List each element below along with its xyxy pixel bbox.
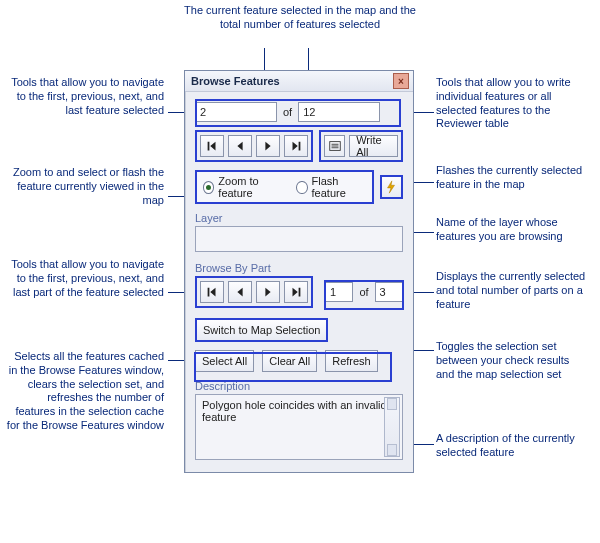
browse-features-window: Browse Features × 2 of 12 bbox=[184, 70, 414, 473]
feature-nav-group bbox=[195, 130, 313, 162]
caption-right-write: Tools that allow you to write individual… bbox=[436, 76, 590, 131]
window-body: 2 of 12 bbox=[185, 92, 413, 472]
caption-right-desc: A description of the currently selected … bbox=[436, 432, 590, 460]
flash-radio-label: Flash feature bbox=[312, 175, 366, 199]
description-label: Description bbox=[195, 380, 403, 392]
select-all-button[interactable]: Select All bbox=[195, 350, 254, 372]
flash-feature-radio[interactable]: Flash feature bbox=[296, 175, 366, 199]
view-mode-row: Zoom to feature Flash feature bbox=[195, 170, 403, 204]
first-part-button[interactable] bbox=[200, 281, 224, 303]
close-button[interactable]: × bbox=[393, 73, 409, 89]
first-feature-button[interactable] bbox=[200, 135, 224, 157]
zoom-radio-label: Zoom to feature bbox=[218, 175, 284, 199]
part-of-label: of bbox=[359, 286, 368, 298]
part-nav-row: 1 of 3 bbox=[195, 276, 403, 308]
switch-selection-button[interactable]: Switch to Map Selection bbox=[195, 318, 328, 342]
last-part-button[interactable] bbox=[284, 281, 308, 303]
current-part-input[interactable]: 1 bbox=[325, 282, 353, 302]
caption-right-layer: Name of the layer whose features you are… bbox=[436, 216, 590, 244]
caption-left-nav: Tools that allow you to navigate to the … bbox=[6, 76, 164, 117]
part-nav-group bbox=[195, 276, 313, 308]
flash-feature-button[interactable] bbox=[380, 175, 403, 199]
write-group: Write All bbox=[319, 130, 403, 162]
refresh-button[interactable]: Refresh bbox=[325, 350, 378, 372]
layer-label: Layer bbox=[195, 212, 403, 224]
cache-buttons-row: Select All Clear All Refresh bbox=[195, 350, 403, 372]
feature-counter-row: 2 of 12 bbox=[195, 102, 403, 122]
total-features-input: 12 bbox=[298, 102, 380, 122]
view-mode-group: Zoom to feature Flash feature bbox=[195, 170, 374, 204]
last-feature-button[interactable] bbox=[284, 135, 308, 157]
write-all-button[interactable]: Write All bbox=[349, 135, 398, 157]
vertical-scrollbar[interactable] bbox=[384, 397, 400, 457]
caption-left-partnav: Tools that allow you to navigate to the … bbox=[6, 258, 164, 299]
titlebar[interactable]: Browse Features × bbox=[185, 71, 413, 92]
caption-left-zoom: Zoom to and select or flash the feature … bbox=[6, 166, 164, 207]
nav-write-row: Write All bbox=[195, 130, 403, 162]
layer-display bbox=[195, 226, 403, 252]
browse-by-part-label: Browse By Part bbox=[195, 262, 403, 274]
caption-top: The current feature selected in the map … bbox=[180, 4, 420, 32]
caption-right-toggle: Toggles the selection set between your c… bbox=[436, 340, 590, 381]
clear-all-button[interactable]: Clear All bbox=[262, 350, 317, 372]
next-feature-button[interactable] bbox=[256, 135, 280, 157]
description-text: Polygon hole coincides with an invalid f… bbox=[202, 399, 387, 423]
current-feature-input[interactable]: 2 bbox=[195, 102, 277, 122]
caption-right-flash: Flashes the currently selected feature i… bbox=[436, 164, 590, 192]
write-feature-button[interactable] bbox=[324, 135, 345, 157]
radio-on-icon bbox=[203, 181, 214, 194]
of-label: of bbox=[283, 106, 292, 118]
zoom-to-feature-radio[interactable]: Zoom to feature bbox=[203, 175, 284, 199]
prev-part-button[interactable] bbox=[228, 281, 252, 303]
caption-right-parts: Displays the currently selected and tota… bbox=[436, 270, 590, 311]
toggle-row: Switch to Map Selection bbox=[195, 318, 403, 342]
next-part-button[interactable] bbox=[256, 281, 280, 303]
window-title: Browse Features bbox=[191, 75, 280, 87]
radio-off-icon bbox=[296, 181, 307, 194]
prev-feature-button[interactable] bbox=[228, 135, 252, 157]
total-parts-input: 3 bbox=[375, 282, 403, 302]
caption-left-cache: Selects all the features cached in the B… bbox=[6, 350, 164, 433]
description-box: Polygon hole coincides with an invalid f… bbox=[195, 394, 403, 460]
